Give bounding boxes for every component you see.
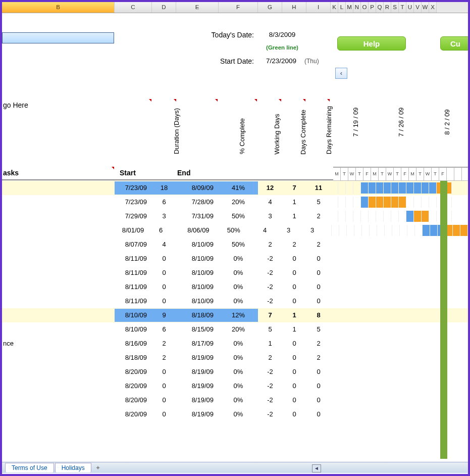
col-header-K[interactable]: K <box>331 2 338 13</box>
cell-end[interactable]: 8/19/09 <box>176 365 219 378</box>
col-header-Q[interactable]: Q <box>376 2 384 13</box>
col-header-T[interactable]: T <box>399 2 406 13</box>
cell-pct[interactable]: 0% <box>219 379 258 393</box>
cell-pct[interactable]: 50% <box>219 238 258 251</box>
task-row[interactable]: 8/07/0948/10/0950%222 <box>2 237 468 252</box>
task-row[interactable]: 8/20/0908/19/090%-200 <box>2 379 468 393</box>
cell-start[interactable]: 7/29/09 <box>115 210 152 223</box>
col-header-R[interactable]: R <box>384 2 391 13</box>
col-header-V[interactable]: V <box>414 2 422 13</box>
col-header-U[interactable]: U <box>406 2 414 13</box>
col-header-G[interactable]: G <box>258 2 282 13</box>
cell-duration[interactable]: 2 <box>152 337 176 350</box>
cell-pct[interactable]: 0% <box>219 351 258 364</box>
cell-pct[interactable]: 0% <box>219 408 258 421</box>
cell-end[interactable]: 7/31/09 <box>176 210 219 223</box>
cell-start[interactable]: 8/18/09 <box>115 351 152 364</box>
cell-end[interactable]: 8/10/09 <box>176 295 219 308</box>
task-row[interactable]: nce8/16/0928/17/090%102 <box>2 337 468 351</box>
cell-duration[interactable]: 0 <box>152 252 176 265</box>
task-row[interactable]: 8/11/0908/10/090%-200 <box>2 280 468 294</box>
task-row[interactable]: 8/11/0908/10/090%-200 <box>2 294 468 308</box>
task-row[interactable]: 8/18/0928/19/090%202 <box>2 351 468 365</box>
new-sheet-icon[interactable]: ✦ <box>95 464 100 471</box>
cell-start[interactable]: 8/11/09 <box>115 266 152 279</box>
cell-pct[interactable]: 50% <box>215 224 253 237</box>
cell-duration[interactable]: 3 <box>152 210 176 223</box>
cell-duration[interactable]: 0 <box>152 365 176 378</box>
cell-duration[interactable]: 0 <box>152 266 176 279</box>
cell-end[interactable]: 8/17/09 <box>176 337 219 350</box>
col-header-X[interactable]: X <box>429 2 437 13</box>
cell-start[interactable]: 8/01/09 <box>112 224 149 237</box>
cell-start[interactable]: 8/10/09 <box>115 309 152 322</box>
cell-end[interactable]: 8/19/09 <box>176 351 219 364</box>
cell-pct[interactable]: 0% <box>219 337 258 350</box>
cell-end[interactable]: 8/10/09 <box>176 252 219 265</box>
cell-start[interactable]: 8/11/09 <box>115 280 152 294</box>
task-row[interactable]: 8/11/0908/10/090%-200 <box>2 266 468 280</box>
cell-end[interactable]: 8/19/09 <box>176 394 219 407</box>
scroll-left-button[interactable]: ‹ <box>335 68 347 79</box>
cell-start[interactable]: 8/07/09 <box>115 238 152 251</box>
help-button[interactable]: Help <box>337 36 406 51</box>
cell-end[interactable]: 8/15/09 <box>176 323 219 336</box>
cell-end[interactable]: 8/19/09 <box>176 379 219 393</box>
col-header-W[interactable]: W <box>422 2 429 13</box>
customize-button[interactable]: Cu <box>440 36 470 51</box>
cell-pct[interactable]: 0% <box>219 394 258 407</box>
task-row[interactable]: 8/20/0908/19/090%-200 <box>2 393 468 407</box>
col-header-E[interactable]: E <box>176 2 219 13</box>
cell-end[interactable]: 8/10/09 <box>176 280 219 294</box>
cell-end[interactable]: 8/19/09 <box>176 408 219 421</box>
cell-end[interactable]: 8/06/09 <box>173 224 214 237</box>
col-header-F[interactable]: F <box>219 2 258 13</box>
cell-duration[interactable]: 9 <box>152 309 176 322</box>
cell-start[interactable]: 8/20/09 <box>115 408 152 421</box>
cell-start[interactable]: 8/10/09 <box>115 323 152 336</box>
cell-start[interactable]: 8/16/09 <box>115 337 152 350</box>
cell-duration[interactable]: 0 <box>152 408 176 421</box>
col-header-O[interactable]: O <box>361 2 369 13</box>
col-header-D[interactable]: D <box>152 2 176 13</box>
cell-start[interactable]: 8/11/09 <box>115 295 152 308</box>
col-header-S[interactable]: S <box>391 2 399 13</box>
tab-holidays[interactable]: Holidays <box>55 463 91 472</box>
cell-start[interactable]: 8/11/09 <box>115 252 152 265</box>
cell-start[interactable]: 8/20/09 <box>115 365 152 378</box>
col-header-N[interactable]: N <box>353 2 361 13</box>
start-date-value[interactable]: 7/23/2009 <box>258 55 304 68</box>
task-row[interactable]: 8/10/0968/15/0920%515 <box>2 322 468 337</box>
cell-end[interactable]: 8/18/09 <box>176 309 219 322</box>
cell-start[interactable]: 8/20/09 <box>115 379 152 393</box>
cell-duration[interactable]: 0 <box>152 295 176 308</box>
todays-date-value[interactable]: 8/3/2009 <box>258 28 306 41</box>
cell-duration[interactable]: 0 <box>152 280 176 294</box>
cell-start[interactable]: 8/20/09 <box>115 394 152 407</box>
cell-duration[interactable]: 0 <box>152 379 176 393</box>
task-row[interactable]: 7/23/09188/09/0941%12711 <box>2 181 468 195</box>
task-row[interactable]: 8/10/0998/18/0912%718 <box>2 308 468 322</box>
cell-pct[interactable]: 0% <box>219 365 258 378</box>
task-row[interactable]: 8/11/0908/10/090%-200 <box>2 252 468 266</box>
cell-duration[interactable]: 2 <box>152 351 176 364</box>
task-row[interactable]: 8/20/0908/19/090%-200 <box>2 407 468 421</box>
cell-pct[interactable]: 0% <box>219 252 258 265</box>
cell-duration[interactable]: 6 <box>152 323 176 336</box>
tab-terms[interactable]: Terms of Use <box>5 463 54 472</box>
cell-pct[interactable]: 0% <box>219 266 258 279</box>
cell-pct[interactable]: 20% <box>219 323 258 336</box>
col-header-H[interactable]: H <box>282 2 306 13</box>
task-row[interactable]: 8/20/0908/19/090%-200 <box>2 365 468 379</box>
cell-pct[interactable]: 20% <box>219 196 258 209</box>
cell-end[interactable]: 8/10/09 <box>176 238 219 251</box>
cell-pct[interactable]: 50% <box>219 210 258 223</box>
cell-start[interactable]: 7/23/09 <box>115 196 152 209</box>
cell-duration[interactable]: 6 <box>152 196 176 209</box>
col-header-C[interactable]: C <box>115 2 152 13</box>
cell-duration[interactable]: 6 <box>149 224 173 237</box>
cell-pct[interactable]: 0% <box>219 295 258 308</box>
cell-pct[interactable]: 12% <box>219 309 258 322</box>
col-header-P[interactable]: P <box>369 2 376 13</box>
cell-duration[interactable]: 4 <box>152 238 176 251</box>
